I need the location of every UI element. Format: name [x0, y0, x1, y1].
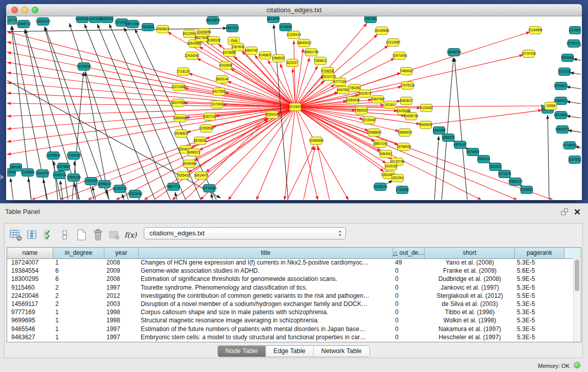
cell[interactable]: 1 [53, 308, 104, 316]
graph-node[interactable]: 10653287 [75, 16, 90, 23]
graph-node[interactable]: 9857771 [167, 183, 180, 191]
graph-edge[interactable] [197, 58, 295, 107]
graph-node[interactable]: 8267130 [203, 113, 216, 121]
cell[interactable]: Genome-wide association studies in ADHD. [139, 267, 393, 275]
table-row[interactable]: 1872400712008Changes of HCN gene express… [7, 258, 581, 267]
graph-node[interactable]: 19166829 [174, 130, 189, 138]
column-header-short[interactable]: short [425, 248, 515, 258]
graph-node[interactable]: 1640954 [432, 127, 446, 135]
graph-node[interactable]: 7857224 [226, 25, 239, 32]
graph-edge[interactable] [234, 56, 296, 107]
import-table-icon[interactable] [106, 227, 122, 243]
graph-node[interactable]: 12042757 [35, 170, 50, 178]
graph-node[interactable]: 10654122 [508, 178, 523, 186]
graph-edge[interactable] [567, 116, 581, 119]
graph-node[interactable]: 1527602 [89, 16, 102, 23]
graph-edge[interactable] [454, 58, 467, 200]
cell[interactable]: 22420046 [7, 292, 53, 300]
cell[interactable]: 2008 [104, 275, 139, 283]
cell[interactable]: 5.3E-5 [515, 316, 564, 324]
graph-node[interactable]: 746266 [349, 84, 361, 92]
new-table-icon[interactable] [73, 227, 90, 243]
cell[interactable]: Franke et al. (2009) [425, 267, 515, 275]
cell[interactable]: 14569117 [7, 300, 53, 308]
graph-node[interactable]: 8912954 [183, 30, 196, 38]
citation-network-graph[interactable]: 2122203208914061405571410653287152760264… [7, 16, 581, 200]
table-row[interactable]: 1938455462009Genome-wide association stu… [7, 267, 581, 275]
cell[interactable]: Nakamura et al. (1997) [425, 325, 515, 333]
graph-node[interactable]: 16914479 [194, 172, 209, 180]
cell[interactable]: Corpus callosum shape and size in male p… [139, 308, 393, 316]
graph-node[interactable]: 20153346 [77, 63, 92, 71]
graph-node[interactable]: 1850361 [9, 164, 23, 171]
graph-node[interactable]: 9146821 [258, 52, 272, 59]
graph-edge[interactable] [426, 110, 542, 125]
cell[interactable]: 9777169 [7, 308, 53, 316]
table-row[interactable]: 1830029562008Estimation of significance … [7, 275, 581, 283]
graph-node[interactable]: 9115460 [420, 104, 433, 112]
graph-edge[interactable] [28, 178, 31, 200]
cell[interactable]: 0 [393, 267, 425, 275]
graph-edge[interactable] [185, 119, 268, 200]
graph-node[interactable]: 7886322 [355, 107, 368, 115]
graph-node[interactable]: 9242848 [219, 62, 232, 70]
cell[interactable]: Wolkin et al. (1998) [425, 316, 515, 324]
graph-edge[interactable] [97, 24, 170, 200]
cell[interactable]: 0 [393, 333, 425, 341]
resize-grip-icon[interactable] [7, 16, 15, 25]
graph-node[interactable]: 8186328 [207, 37, 221, 45]
graph-node[interactable]: 15958 [545, 102, 557, 110]
network-canvas[interactable]: 2122203208914061405571410653287152760264… [7, 16, 581, 200]
graph-edge[interactable] [285, 107, 295, 200]
cell[interactable]: Tibbo et al. (1998) [425, 308, 515, 316]
graph-edge[interactable] [7, 73, 295, 107]
graph-node[interactable]: 20206526 [46, 152, 61, 160]
cell[interactable]: 5.3E-5 [515, 308, 564, 316]
graph-node[interactable]: 12093872 [554, 82, 569, 90]
graph-edge[interactable] [295, 49, 303, 107]
column-header-pagerank[interactable]: pagerank [515, 248, 564, 258]
cell[interactable]: 18300295 [7, 275, 53, 283]
graph-node[interactable]: 7625402 [177, 172, 190, 180]
graph-node[interactable]: 10688809 [367, 129, 382, 137]
graph-node[interactable]: 14055714 [16, 20, 31, 28]
graph-node[interactable]: 9218596 [279, 24, 292, 31]
graph-node[interactable]: 11325419 [287, 31, 301, 39]
graph-node[interactable]: 9827508 [195, 34, 208, 42]
graph-node[interactable]: 9529968 [561, 54, 574, 62]
cell[interactable]: 2012 [104, 292, 139, 300]
table-selector-dropdown[interactable]: citations_edges.txt ▲▼ [144, 227, 346, 239]
graph-edge[interactable] [567, 102, 581, 105]
graph-node[interactable]: 16961758 [304, 49, 319, 56]
cell[interactable]: 6 [53, 267, 104, 275]
cell[interactable]: Jankovic et al. (1997) [425, 283, 515, 292]
column-header-in-degree[interactable]: in_degree [53, 248, 104, 258]
graph-node[interactable]: 9777169 [333, 78, 346, 86]
graph-node[interactable]: 2718120 [177, 68, 190, 76]
graph-node[interactable]: 1145193 [53, 171, 66, 179]
graph-node[interactable]: 6879197 [453, 141, 467, 149]
cell[interactable]: 19384554 [7, 267, 53, 275]
cell[interactable]: 1 [53, 333, 104, 341]
cell[interactable]: de Silva et al. (2003) [425, 300, 515, 308]
cell[interactable]: Changes of HCN gene expression and I(f) … [139, 258, 393, 267]
graph-node[interactable]: 6466163 [100, 16, 114, 23]
graph-node[interactable]: 9699695 [419, 121, 432, 129]
graph-node[interactable]: 15751074 [567, 40, 581, 48]
graph-edge[interactable] [570, 73, 581, 75]
graph-edge[interactable] [10, 178, 13, 200]
graph-node[interactable]: 18807249 [373, 140, 388, 148]
graph-node[interactable]: 20891406 [36, 18, 51, 26]
graph-node[interactable]: 16154838 [375, 27, 389, 35]
graph-node[interactable]: 10975887 [56, 163, 71, 171]
graph-node[interactable]: 8471676 [498, 170, 511, 178]
graph-node[interactable]: 1733426 [396, 186, 409, 194]
graph-node[interactable]: 1167553 [569, 156, 581, 164]
graph-node[interactable]: 1615152 [384, 163, 398, 170]
graph-node[interactable]: 8454749 [245, 47, 258, 55]
cell[interactable]: 2 [53, 283, 104, 292]
memory-status-indicator[interactable] [574, 362, 580, 368]
graph-node[interactable]: 16782759 [113, 185, 127, 193]
cell[interactable]: Yano et al. (2008) [425, 258, 515, 267]
function-builder-icon[interactable]: f(x) [122, 227, 139, 243]
